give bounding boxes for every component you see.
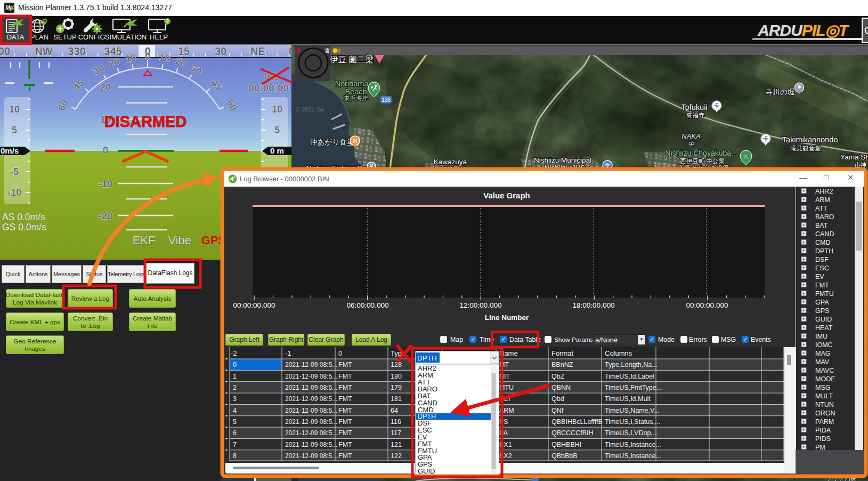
svg-text:00:00:00: 00:00:00 [248, 82, 289, 93]
svg-text:30: 30 [215, 45, 226, 57]
svg-text:BARO: BARO [815, 213, 834, 221]
svg-text:PS: PS [499, 418, 508, 426]
svg-text:15: 15 [178, 45, 190, 57]
svg-text:EKF: EKF [133, 234, 156, 247]
svg-text:BAT: BAT [815, 222, 828, 229]
svg-text:2021-12-09 08:5...: 2021-12-09 08:5... [285, 441, 337, 448]
svg-text:0m/s: 0m/s [1, 146, 19, 155]
svg-text:NAKA: NAKA [682, 132, 700, 140]
svg-text:2021-12-09 08:5...: 2021-12-09 08:5... [285, 361, 337, 368]
svg-text:TimeUS,Id,Label: TimeUS,Id,Label [605, 373, 654, 380]
svg-text:MTU: MTU [499, 384, 514, 391]
svg-text:ARM: ARM [815, 196, 830, 204]
svg-text:330: 330 [68, 45, 85, 57]
svg-text:2021-12-09 08:5...: 2021-12-09 08:5... [285, 395, 337, 403]
svg-text:青: 青 [325, 47, 330, 54]
svg-text:122: 122 [391, 452, 402, 460]
svg-text:ESC: ESC [815, 264, 829, 272]
svg-text:♨: ♨ [743, 153, 749, 159]
svg-text:Yama Shrin: Yama Shrin [840, 153, 868, 161]
svg-text:NE: NE [250, 45, 265, 57]
svg-text:20: 20 [100, 82, 111, 93]
svg-text:TimeUS,Name,V...: TimeUS,Name,V... [605, 407, 660, 414]
svg-text:0: 0 [145, 51, 150, 62]
svg-text:BBnNZ: BBnNZ [551, 361, 573, 368]
svg-text:TimeUS,Instance...: TimeUS,Instance... [605, 441, 661, 448]
svg-text:FMT: FMT [338, 441, 352, 448]
svg-text:121: 121 [391, 441, 402, 448]
svg-text:卡: 卡 [762, 135, 769, 142]
svg-text:Takimikannondo: Takimikannondo [782, 135, 838, 144]
svg-text:10: 10 [125, 52, 137, 64]
svg-text:卡: 卡 [713, 102, 720, 109]
svg-text:滝見観音堂: 滝見観音堂 [790, 145, 821, 151]
svg-text:GPS: GPS [201, 234, 226, 247]
svg-text:-5: -5 [10, 166, 19, 177]
svg-text:TimeUS,Instance...: TimeUS,Instance... [605, 452, 661, 460]
svg-text:345: 345 [104, 45, 121, 57]
svg-text:FMT: FMT [338, 407, 352, 414]
svg-text:FMT: FMT [338, 395, 352, 403]
svg-text:PA: PA [499, 429, 508, 437]
svg-text:PARM: PARM [815, 418, 834, 426]
svg-text:2021-12-09 08:5...: 2021-12-09 08:5... [285, 407, 337, 414]
svg-text:TimeUS,FmtType...: TimeUS,FmtType... [605, 384, 662, 391]
svg-text:136: 136 [382, 97, 391, 103]
svg-text:-10: -10 [98, 178, 112, 189]
svg-text:QNf: QNf [551, 407, 564, 414]
svg-text:グリット(株: グリット(株 [827, 476, 856, 481]
svg-text:10: 10 [9, 104, 20, 115]
svg-text:10: 10 [158, 52, 171, 64]
svg-text:DPTH: DPTH [417, 354, 437, 362]
svg-text:MULT: MULT [815, 392, 833, 400]
svg-text:IMU: IMU [815, 333, 828, 340]
svg-text:CAND: CAND [815, 230, 834, 238]
svg-text:Kawazuya: Kawazuya [434, 158, 467, 166]
svg-text:Tofukuii: Tofukuii [681, 103, 707, 111]
svg-text:IOMC: IOMC [815, 341, 833, 349]
svg-text:ATT: ATT [815, 205, 828, 212]
svg-text:0%: 0% [264, 71, 279, 82]
svg-text:Format: Format [551, 349, 574, 357]
svg-text:117: 117 [391, 429, 401, 437]
svg-text:0: 0 [233, 361, 237, 368]
svg-text:PIDS: PIDS [815, 435, 831, 443]
svg-text:東浜海岸: 東浜海岸 [344, 95, 368, 101]
svg-text:MODE: MODE [815, 375, 835, 383]
svg-text:BX1: BX1 [499, 441, 512, 448]
svg-text:NW: NW [35, 45, 52, 57]
svg-text:FMT: FMT [338, 452, 352, 460]
svg-text:-20: -20 [98, 210, 112, 221]
svg-text:AHR2: AHR2 [815, 188, 833, 195]
svg-text:文: 文 [605, 163, 610, 169]
svg-text:DISARMED: DISARMED [104, 113, 187, 130]
svg-text:116: 116 [391, 418, 401, 426]
svg-text:Qbd: Qbd [551, 395, 564, 403]
svg-text:伊豆 薗二梁: 伊豆 薗二梁 [329, 55, 374, 64]
svg-text:FMT: FMT [338, 361, 352, 368]
svg-text:QBNN: QBNN [551, 384, 571, 391]
svg-text:NTUN: NTUN [815, 401, 834, 408]
svg-text:0 m: 0 m [270, 146, 284, 155]
svg-text:Name: Name [499, 349, 518, 357]
svg-text:Norihama: Norihama [335, 79, 369, 88]
svg-text:MAVC: MAVC [815, 367, 834, 374]
svg-text:8: 8 [233, 452, 237, 460]
svg-text:QbZ: QbZ [551, 373, 565, 380]
svg-text:0: 0 [337, 47, 340, 54]
svg-text:NIT: NIT [499, 373, 510, 380]
svg-text:2021-12-09 08:5...: 2021-12-09 08:5... [285, 418, 337, 426]
svg-text:GPS: GPS [815, 307, 829, 315]
svg-text:180: 180 [391, 373, 402, 380]
svg-text:© 2021 Go: © 2021 Go [296, 106, 324, 113]
svg-text:FMT: FMT [338, 373, 352, 380]
svg-text:00: 00 [0, 45, 10, 57]
svg-text:QBbBbB: QBbBbB [551, 452, 578, 460]
svg-text:HEAT: HEAT [815, 324, 833, 332]
svg-text:Type,Length,Na...: Type,Length,Na... [605, 361, 658, 368]
svg-text:5: 5 [233, 418, 237, 426]
svg-text:10: 10 [272, 104, 282, 115]
svg-text:4: 4 [233, 407, 237, 414]
svg-text:FMT: FMT [815, 282, 829, 289]
svg-text:2021-12-09 08:5...: 2021-12-09 08:5... [285, 384, 337, 391]
